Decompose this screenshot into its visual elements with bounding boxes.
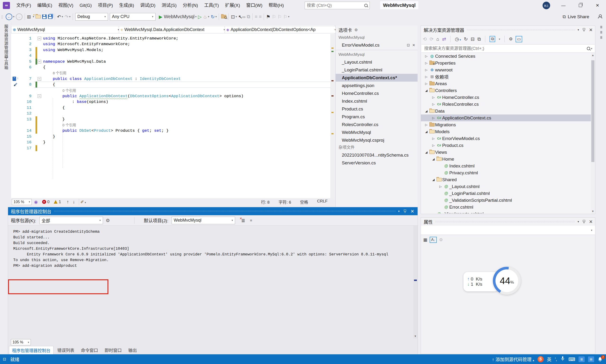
alphabetical-sort-icon[interactable]: A↓ [430,237,437,243]
home-icon[interactable]: ⌂ [436,36,439,42]
new-project-button[interactable]: ⊞✶▾ [27,14,34,20]
breadcrumb-member-dropdown[interactable]: ◈ ApplicationDbContext(DbContextOptions<… [225,26,337,33]
keep-open-icon[interactable]: ⊡ [407,41,410,49]
menu-item[interactable]: 项目(P) [95,0,116,11]
console-scrollbar[interactable]: ▼ [413,226,417,338]
code-line[interactable]: 14 public DbSet<Product> Products { get;… [11,128,330,134]
codelens-row[interactable]: 0 个引用 [11,122,330,128]
collapse-arrow-icon[interactable]: ◢ [424,89,429,92]
bottom-panel-tab[interactable]: 程序包管理器控制台 [9,346,54,354]
open-document-tab[interactable]: HomeController.cs [336,89,417,97]
menu-item[interactable]: 生成(B) [116,0,137,11]
soft-keyboard-icon[interactable]: ⌨ [568,356,575,362]
tree-item[interactable]: @Privacy.cshtml [421,169,591,176]
restart-app-button[interactable]: ↻▾ [211,14,216,20]
memory-usage-gauge[interactable]: 44% [493,267,521,295]
menu-item[interactable]: 调试(D) [137,0,158,11]
quick-search-box[interactable] [305,2,370,9]
minimize-button[interactable]: — [555,0,572,11]
code-line[interactable]: 11 { [11,105,330,111]
expand-arrow-icon[interactable]: ▷ [431,96,436,99]
open-document-tab[interactable]: ApplicationDbContext.cs* [336,74,417,82]
tree-item[interactable]: ▷Migrations [421,121,591,128]
window-menu-icon[interactable]: ▾ [578,220,579,223]
tree-item[interactable]: ▷◍Connected Services [421,53,591,60]
tree-item[interactable]: ▷C#RolesController.cs [421,101,591,108]
codelens-row[interactable]: 0 个引用 [11,88,330,93]
code-editor[interactable]: 1using Microsoft.AspNetCore.Identity.Ent… [11,34,330,198]
tree-item[interactable]: ◢Controllers [421,87,591,94]
code-line[interactable]: 12 [11,110,330,116]
menu-item[interactable]: 分析(N) [180,0,201,11]
fold-collapse-box[interactable] [38,37,41,40]
caret-line-indicator[interactable]: 行: 8 [261,199,270,205]
sync-with-active-document-icon[interactable]: ⧉ [489,36,495,42]
code-line[interactable]: 16} [11,139,330,145]
console-output[interactable]: PM> add-migration CreateIdentitySchemaBu… [8,226,417,338]
open-document-tab[interactable]: _Layout.cshtml [336,58,417,66]
menu-item[interactable]: 测试(S) [159,0,180,11]
console-title-bar[interactable]: 程序包管理器控制台 ▾ ✕ [8,207,417,215]
tree-item[interactable]: ▷⊕wwwroot [421,66,591,73]
tree-item[interactable]: @Error.cshtml [421,204,591,210]
menu-item[interactable]: 帮助(H) [266,0,287,11]
fold-collapse-box[interactable] [38,94,41,98]
collapse-arrow-icon[interactable]: ◢ [424,130,429,133]
debug-target-dropdown[interactable]: Debug▾ [75,13,108,21]
hot-reload-button[interactable]: ♨▾ [203,14,209,20]
restore-button[interactable] [572,0,589,11]
open-file-button[interactable] [36,15,41,18]
search-input[interactable] [305,3,364,8]
properties-object-dropdown[interactable]: ▾ [421,226,595,235]
fold-collapse-box[interactable] [38,77,41,81]
document-outline-button[interactable]: ⧉ [247,14,250,19]
code-line[interactable]: 17 [11,145,330,151]
selection-tool-button[interactable]: ↖▭ [238,14,245,20]
expand-arrow-icon[interactable]: ▷ [431,103,436,106]
menu-item[interactable]: 编辑(E) [34,0,55,11]
properties-wrench-icon[interactable]: ⚙ [509,36,513,42]
breadcrumb-type-dropdown[interactable]: ⟡ WebMvcMysql.Data.ApplicationDbContext▾ [119,26,227,33]
toolbar-grip[interactable]: ⣿ [1,15,3,19]
properties-close-icon[interactable]: ✕ [589,219,593,224]
collapse-arrow-icon[interactable]: ◢ [424,150,429,154]
code-line[interactable]: 15 } [11,134,330,140]
live-share-presence-icon[interactable]: ◉ [34,199,38,205]
tree-item[interactable]: ▷C#ApplicationDbContext.cs [421,115,591,121]
expand-arrow-icon[interactable]: ▷ [424,61,429,65]
save-all-button[interactable] [48,14,53,19]
tree-item[interactable]: ▷C#Product.cs [421,142,591,149]
add-collaborator-icon[interactable] [598,14,602,19]
expand-arrow-icon[interactable]: ▷ [424,75,429,78]
start-without-debug-button[interactable]: ▷ [198,14,202,20]
code-line[interactable]: 2using Microsoft.EntityFrameworkCore; [11,41,330,47]
categorized-icon[interactable]: ▦ [423,237,427,242]
fold-collapse-box[interactable] [38,60,41,63]
open-document-tab[interactable]: WebMvcMysql [336,129,417,136]
code-line[interactable]: 5namespace WebMvcMysql.Data [11,59,330,65]
tree-item[interactable]: ▷⊞依赖项 [421,73,591,80]
open-document-tab[interactable]: Product.cs [336,105,417,113]
code-line[interactable]: 4 [11,53,330,59]
console-close-icon[interactable]: ✕ [410,208,414,214]
menu-item[interactable]: 视图(V) [55,0,77,11]
bottom-panel-tab[interactable]: 即时窗口 [102,346,124,354]
notifications-bell-icon[interactable]: 2 [597,357,603,362]
toggle-bookmark-button[interactable]: ⚑ [266,14,270,20]
add-to-source-control-button[interactable]: ↑ 添加到源代码管理 ▴ [492,356,534,362]
tree-item[interactable]: ◢Models [421,128,591,135]
tree-item[interactable]: ▷Areas [421,80,591,87]
breadcrumb-project-dropdown[interactable]: ⊕ WebMvcMysql▾ [11,26,121,33]
warning-count[interactable]: 1 [59,200,61,204]
code-cleanup-button[interactable]: ✐▾ [81,199,86,205]
codelens-references[interactable]: 0 个引用 [63,88,76,93]
collapse-arrow-icon[interactable]: ◢ [431,157,436,161]
sogou-ime-icon[interactable]: S [538,356,544,362]
ime-punctuation-mode[interactable]: ’, [555,357,557,362]
tree-item[interactable]: ◢Views [421,149,591,156]
preview-selected-icon[interactable]: ⧉ [477,36,481,42]
tree-item[interactable]: @_ValidationScriptsPartial.cshtml [421,197,591,204]
expand-arrow-icon[interactable]: ▷ [424,123,429,127]
pin-icon[interactable] [583,28,585,31]
next-bookmark-button[interactable]: ⚐ [277,14,282,20]
